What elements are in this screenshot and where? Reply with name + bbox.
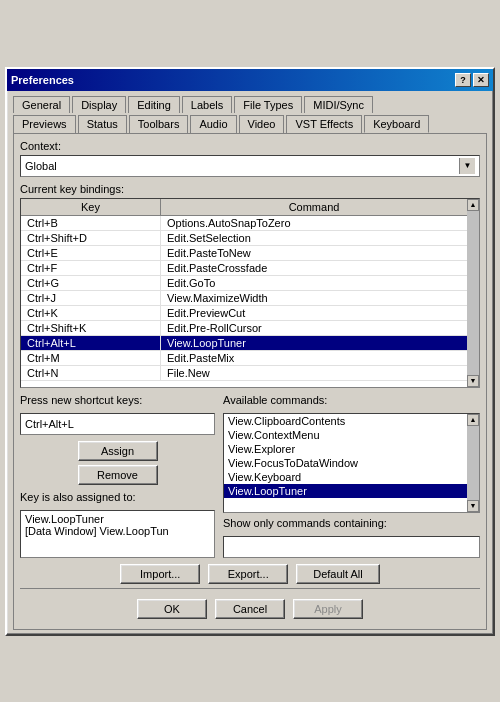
default-all-button[interactable]: Default All bbox=[296, 564, 380, 584]
context-select[interactable]: Global ▼ bbox=[20, 155, 480, 177]
list-item[interactable]: View.Explorer bbox=[224, 442, 467, 456]
cancel-button[interactable]: Cancel bbox=[215, 599, 285, 619]
col-key-header: Key bbox=[21, 199, 161, 215]
title-bar: Preferences ? ✕ bbox=[7, 69, 493, 91]
export-button[interactable]: Export... bbox=[208, 564, 288, 584]
shortcut-input[interactable] bbox=[20, 413, 215, 435]
tab-midisync[interactable]: MIDI/Sync bbox=[304, 96, 373, 113]
table-row[interactable]: Ctrl+MEdit.PasteMix bbox=[21, 351, 467, 366]
key-cell: Ctrl+G bbox=[21, 276, 161, 290]
list-item[interactable]: View.ClipboardContents bbox=[224, 414, 467, 428]
tab-vsteffects[interactable]: VST Effects bbox=[286, 115, 362, 133]
ok-button[interactable]: OK bbox=[137, 599, 207, 619]
keybindings-label: Current key bindings: bbox=[20, 183, 480, 195]
list-inner[interactable]: View.ClipboardContentsView.ContextMenuVi… bbox=[224, 414, 467, 512]
tab-labels[interactable]: Labels bbox=[182, 96, 232, 113]
available-commands-label: Available commands: bbox=[223, 394, 480, 406]
import-button[interactable]: Import... bbox=[120, 564, 200, 584]
dialog-buttons: OK Cancel Apply bbox=[20, 593, 480, 623]
context-label: Context: bbox=[20, 140, 480, 152]
close-button[interactable]: ✕ bbox=[473, 73, 489, 87]
show-commands-input[interactable] bbox=[223, 536, 480, 558]
scroll-up-btn[interactable]: ▲ bbox=[467, 199, 479, 211]
command-cell: File.New bbox=[161, 366, 467, 380]
cmd-scroll-up[interactable]: ▲ bbox=[467, 414, 479, 426]
table-row[interactable]: Ctrl+Shift+DEdit.SetSelection bbox=[21, 231, 467, 246]
table-row[interactable]: Ctrl+KEdit.PreviewCut bbox=[21, 306, 467, 321]
tab-display[interactable]: Display bbox=[72, 96, 126, 113]
keyboard-tab-content: Context: Global ▼ Current key bindings: … bbox=[13, 133, 487, 630]
key-assigned-area: View.LoopTuner[Data Window] View.LoopTun bbox=[20, 510, 215, 558]
tab-toolbars[interactable]: Toolbars bbox=[129, 115, 189, 133]
assign-remove-buttons: Assign Remove bbox=[20, 441, 215, 485]
tab-audio[interactable]: Audio bbox=[190, 115, 236, 133]
assign-button[interactable]: Assign bbox=[78, 441, 158, 461]
tab-status[interactable]: Status bbox=[78, 115, 127, 133]
remove-button[interactable]: Remove bbox=[78, 465, 158, 485]
commands-scrollbar[interactable]: ▲ ▼ bbox=[467, 414, 479, 512]
table-header: Key Command bbox=[21, 199, 467, 216]
cmd-scroll-down[interactable]: ▼ bbox=[467, 500, 479, 512]
table-inner: Key Command Ctrl+BOptions.AutoSnapToZero… bbox=[21, 199, 467, 387]
list-item[interactable]: View.LoopTuner bbox=[224, 484, 467, 498]
key-cell: Ctrl+Shift+K bbox=[21, 321, 161, 335]
table-row[interactable]: Ctrl+BOptions.AutoSnapToZero bbox=[21, 216, 467, 231]
context-value: Global bbox=[25, 160, 57, 172]
table-scrollbar[interactable]: ▲ ▼ bbox=[467, 199, 479, 387]
tab-filetypes[interactable]: File Types bbox=[234, 96, 302, 113]
divider bbox=[20, 588, 480, 589]
list-item[interactable]: View.FocusToDataWindow bbox=[224, 456, 467, 470]
key-cell: Ctrl+F bbox=[21, 261, 161, 275]
keybindings-table: Key Command Ctrl+BOptions.AutoSnapToZero… bbox=[20, 198, 480, 388]
command-cell: Edit.Pre-RollCursor bbox=[161, 321, 467, 335]
shortcut-label: Press new shortcut keys: bbox=[20, 394, 215, 406]
tab-video[interactable]: Video bbox=[239, 115, 285, 133]
key-cell: Ctrl+Shift+D bbox=[21, 231, 161, 245]
list-item[interactable]: View.Keyboard bbox=[224, 470, 467, 484]
table-body[interactable]: Ctrl+BOptions.AutoSnapToZeroCtrl+Shift+D… bbox=[21, 216, 467, 387]
command-cell: Edit.PasteCrossfade bbox=[161, 261, 467, 275]
main-content: General Display Editing Labels File Type… bbox=[7, 91, 493, 634]
table-row[interactable]: Ctrl+FEdit.PasteCrossfade bbox=[21, 261, 467, 276]
scroll-down-btn[interactable]: ▼ bbox=[467, 375, 479, 387]
key-assigned-label: Key is also assigned to: bbox=[20, 491, 215, 503]
tabs-row-1: General Display Editing Labels File Type… bbox=[13, 95, 487, 112]
command-cell: Edit.PasteMix bbox=[161, 351, 467, 365]
table-row[interactable]: Ctrl+JView.MaximizeWidth bbox=[21, 291, 467, 306]
table-row[interactable]: Ctrl+NFile.New bbox=[21, 366, 467, 381]
key-cell: Ctrl+K bbox=[21, 306, 161, 320]
command-cell: View.LoopTuner bbox=[161, 336, 467, 350]
list-item[interactable]: View.ContextMenu bbox=[224, 428, 467, 442]
cmd-scroll-track bbox=[467, 426, 479, 500]
preferences-window: Preferences ? ✕ General Display Editing … bbox=[5, 67, 495, 636]
table-row[interactable]: Ctrl+EEdit.PasteToNew bbox=[21, 246, 467, 261]
command-cell: Edit.SetSelection bbox=[161, 231, 467, 245]
table-row[interactable]: Ctrl+Alt+LView.LoopTuner bbox=[21, 336, 467, 351]
command-cell: View.MaximizeWidth bbox=[161, 291, 467, 305]
key-cell: Ctrl+Alt+L bbox=[21, 336, 161, 350]
left-panel: Press new shortcut keys: Assign Remove K… bbox=[20, 394, 215, 558]
key-cell: Ctrl+B bbox=[21, 216, 161, 230]
tab-keyboard[interactable]: Keyboard bbox=[364, 115, 429, 133]
col-command-header: Command bbox=[161, 199, 467, 215]
tabs-row-2: Previews Status Toolbars Audio Video VST… bbox=[13, 114, 487, 132]
help-button[interactable]: ? bbox=[455, 73, 471, 87]
key-cell: Ctrl+N bbox=[21, 366, 161, 380]
right-panel: Available commands: View.ClipboardConten… bbox=[223, 394, 480, 558]
command-cell: Edit.PasteToNew bbox=[161, 246, 467, 260]
table-row[interactable]: Ctrl+GEdit.GoTo bbox=[21, 276, 467, 291]
title-bar-buttons: ? ✕ bbox=[455, 73, 489, 87]
bottom-section: Press new shortcut keys: Assign Remove K… bbox=[20, 394, 480, 558]
key-cell: Ctrl+E bbox=[21, 246, 161, 260]
command-cell: Options.AutoSnapToZero bbox=[161, 216, 467, 230]
key-cell: Ctrl+J bbox=[21, 291, 161, 305]
table-row[interactable]: Ctrl+Shift+KEdit.Pre-RollCursor bbox=[21, 321, 467, 336]
available-commands-list: View.ClipboardContentsView.ContextMenuVi… bbox=[223, 413, 480, 513]
window-title: Preferences bbox=[11, 74, 74, 86]
context-arrow[interactable]: ▼ bbox=[459, 158, 475, 174]
tab-editing[interactable]: Editing bbox=[128, 96, 180, 113]
tab-previews[interactable]: Previews bbox=[13, 115, 76, 133]
tab-general[interactable]: General bbox=[13, 96, 70, 113]
apply-button[interactable]: Apply bbox=[293, 599, 363, 619]
scroll-track bbox=[467, 211, 479, 375]
